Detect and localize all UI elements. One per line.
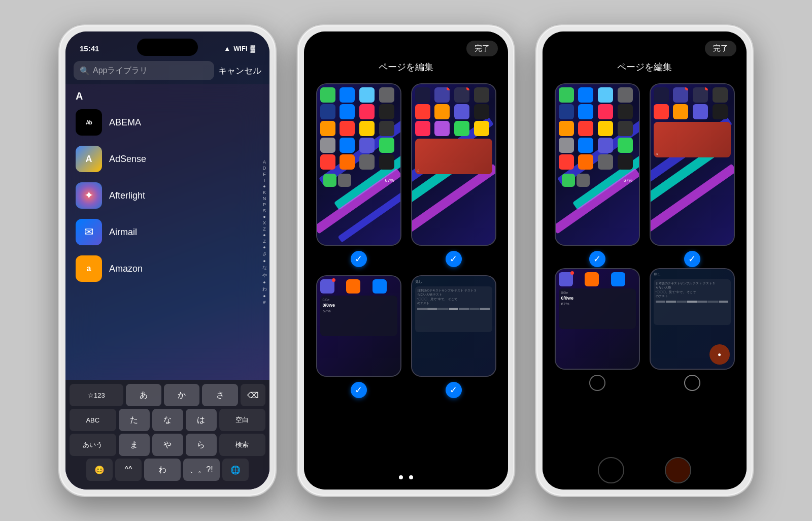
app-row-afterlight[interactable]: ✦ Afterlight [65, 177, 269, 214]
kb-key-ya[interactable]: や [152, 434, 183, 456]
widget-area-3-1: 67% [556, 171, 639, 190]
dynamic-island [137, 39, 198, 56]
thumb-frame-3-2: ♫ [650, 83, 735, 246]
pages-container-2: 67% ✓ [304, 79, 508, 275]
page-dots-2 [304, 467, 508, 490]
dynamic-island-3 [614, 39, 675, 56]
page-thumb-3-1[interactable]: 67% ✓ [553, 83, 641, 267]
kb-key-ta[interactable]: た [119, 409, 150, 431]
page-edit-title-3: ページを編集 [543, 57, 747, 79]
kb-key-ha[interactable]: は [186, 409, 217, 431]
home-circle-right [665, 457, 691, 483]
abema-icon: Ab [76, 109, 102, 136]
kb-row-1: ☆123 あ か さ ⌫ [67, 384, 267, 406]
kb-key-caret[interactable]: ^^ [115, 459, 142, 481]
lower-pages-container-2: 0/0e 0/0we 67% ✓ 見し [304, 275, 508, 467]
app-list-area: A Ab ABEMA A AdSense [65, 84, 269, 380]
abema-name: ABEMA [109, 117, 141, 128]
red-widget-3: ♫ [654, 122, 731, 157]
app-row-adsense[interactable]: A AdSense [65, 141, 269, 177]
page-edit-title-2: ページを編集 [304, 57, 508, 79]
wifi-icon: WiFi [233, 45, 247, 52]
kb-key-sa[interactable]: さ [202, 384, 238, 406]
home-circle-left [598, 457, 624, 483]
mini-grid-3-1 [556, 84, 639, 171]
lower-thumb-frame-2: 見し 日本語のテキストサンプル テスト テスト 3 らない人物 テスト "〇〇〇… [411, 275, 496, 377]
phone-3-screen: 完了 ページを編集 [543, 31, 747, 490]
check-circle-3-1[interactable]: ✓ [589, 251, 605, 267]
phone-1: 15:41 ▲ WiFi ▓ 🔍 Appライブラリ キャンセル [58, 24, 277, 497]
kb-key-ra[interactable]: ら [186, 434, 217, 456]
lower-check-1[interactable]: ✓ [351, 382, 367, 398]
kb-row-3: あいう ま や ら 検索 [67, 434, 267, 456]
kb-key-ma[interactable]: ま [119, 434, 150, 456]
lower-page-thumb-1[interactable]: 0/0e 0/0we 67% ✓ [314, 275, 403, 398]
done-button-2[interactable]: 完了 [466, 41, 498, 56]
empty-circle-3-2[interactable] [684, 375, 700, 391]
airmail-name: Airmail [109, 227, 137, 238]
lower-thumb-3-1: 0/0e 0/0we 67% [555, 268, 640, 370]
kb-key-space[interactable]: 空白 [219, 409, 266, 431]
thumb-frame-2: ♫ [411, 83, 496, 246]
kb-key-aiu[interactable]: あいう [70, 434, 116, 456]
keyboard: ☆123 あ か さ ⌫ ABC た な は 空白 あいう ま [65, 380, 269, 490]
afterlight-name: Afterlight [109, 190, 145, 201]
kb-row-2: ABC た な は 空白 [67, 409, 267, 431]
check-circle-1[interactable]: ✓ [351, 251, 367, 267]
amazon-icon: a [76, 255, 102, 282]
lower-pages-3: 0/0e 0/0we 67% 見し [543, 268, 747, 453]
kb-key-search[interactable]: 検索 [219, 434, 266, 456]
kb-key-globe[interactable]: 🌐 [222, 459, 249, 481]
pages-container-3: 67% ✓ [543, 79, 747, 268]
kb-key-punct[interactable]: 、。?! [183, 459, 220, 481]
home-indicator-3 [543, 453, 747, 490]
phone-2-screen: 完了 ページを編集 [304, 31, 508, 490]
dot-1 [399, 475, 403, 479]
app-library-screen: 15:41 ▲ WiFi ▓ 🔍 Appライブラリ キャンセル [65, 31, 269, 490]
app-row-amazon[interactable]: a Amazon [65, 250, 269, 287]
kb-key-ka[interactable]: か [164, 384, 199, 406]
kb-key-delete[interactable]: ⌫ [241, 384, 265, 406]
phone-1-screen: 15:41 ▲ WiFi ▓ 🔍 Appライブラリ キャンセル [65, 31, 269, 490]
lower-page-3-2[interactable]: 見し 日本語のテキストサンプル テスト テスト 3 らない人物 "〇〇〇、見て"… [648, 268, 736, 391]
page-edit-screen-3: 完了 ページを編集 [543, 31, 747, 490]
kb-key-123[interactable]: ☆123 [70, 384, 123, 406]
search-row: 🔍 Appライブラリ キャンセル [65, 57, 269, 84]
lower-thumb-3-2: 見し 日本語のテキストサンプル テスト テスト 3 らない人物 "〇〇〇、見て"… [650, 268, 735, 370]
afterlight-icon: ✦ [76, 182, 102, 209]
page-thumb-2[interactable]: ♫ ✓ [409, 83, 498, 267]
dynamic-island-2 [376, 39, 436, 56]
app-row-abema[interactable]: Ab ABEMA [65, 104, 269, 141]
mini-grid-3-2 [651, 84, 734, 121]
search-placeholder: Appライブラリ [93, 66, 148, 76]
kb-key-abc[interactable]: ABC [70, 409, 116, 431]
signal-icon: ▲ [224, 45, 230, 52]
kb-key-na[interactable]: な [152, 409, 183, 431]
empty-circle-3-1[interactable] [589, 375, 605, 391]
time: 15:41 [80, 44, 99, 53]
cancel-button[interactable]: キャンセル [218, 65, 261, 77]
lower-check-2[interactable]: ✓ [446, 382, 462, 398]
search-input-bar[interactable]: 🔍 Appライブラリ [74, 61, 214, 80]
check-circle-2[interactable]: ✓ [446, 251, 462, 267]
lower-page-thumb-2[interactable]: 見し 日本語のテキストサンプル テスト テスト 3 らない人物 テスト "〇〇〇… [409, 275, 498, 398]
app-row-airmail[interactable]: ✉ Airmail [65, 214, 269, 250]
phone-2: 完了 ページを編集 [297, 24, 515, 497]
page-edit-screen-2: 完了 ページを編集 [304, 31, 508, 490]
section-a-label: A [65, 86, 269, 104]
mini-grid-2 [412, 84, 495, 138]
airmail-icon: ✉ [76, 219, 102, 245]
lower-thumb-frame-1: 0/0e 0/0we 67% [316, 275, 401, 377]
page-thumb-1[interactable]: 67% ✓ [314, 83, 403, 267]
thumb-frame-3-1: 67% [555, 83, 640, 246]
lower-page-3-1[interactable]: 0/0e 0/0we 67% [553, 268, 641, 391]
kb-key-a[interactable]: あ [126, 384, 161, 406]
page-thumb-3-2[interactable]: ♫ ✓ [648, 83, 736, 267]
alpha-index[interactable]: A D F I ● K N P S ● X Z ● Z ● さ ● [261, 159, 267, 305]
adsense-name: AdSense [109, 154, 146, 165]
done-button-3[interactable]: 完了 [705, 41, 736, 56]
phone-3: 完了 ページを編集 [535, 24, 754, 497]
kb-key-emoji[interactable]: 😊 [86, 459, 113, 481]
check-circle-3-2[interactable]: ✓ [684, 251, 700, 267]
kb-key-wa[interactable]: わ [144, 459, 181, 481]
